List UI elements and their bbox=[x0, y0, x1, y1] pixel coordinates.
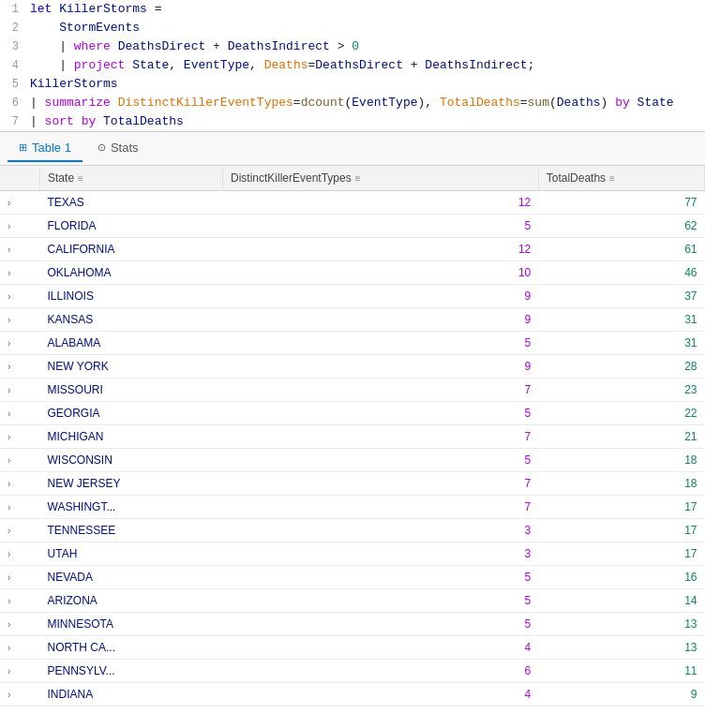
code-token: KillerStorms bbox=[59, 2, 147, 16]
state-cell: KANSAS bbox=[40, 308, 223, 332]
tab-stats[interactable]: ⊙Stats bbox=[86, 135, 150, 162]
table-row[interactable]: ›INDIANA49 bbox=[0, 683, 705, 706]
line-number-4: 4 bbox=[0, 56, 26, 75]
expand-icon[interactable]: › bbox=[8, 666, 10, 676]
expand-cell[interactable]: › bbox=[0, 285, 40, 308]
col-total-label: TotalDeaths bbox=[547, 171, 606, 185]
expand-icon[interactable]: › bbox=[8, 572, 10, 583]
state-cell: NEW JERSEY bbox=[40, 472, 223, 496]
code-token: where bbox=[74, 39, 118, 53]
table-row[interactable]: ›NORTH CA...413 bbox=[0, 636, 705, 660]
table-row[interactable]: ›GEORGIA522 bbox=[0, 402, 705, 425]
expand-icon[interactable]: › bbox=[8, 690, 10, 700]
expand-cell[interactable]: › bbox=[0, 238, 40, 261]
col-total[interactable]: TotalDeaths ≡ bbox=[538, 166, 704, 191]
expand-icon[interactable]: › bbox=[8, 198, 10, 208]
code-token: + bbox=[403, 58, 425, 72]
expand-icon[interactable]: › bbox=[8, 526, 10, 536]
code-token: | bbox=[30, 96, 45, 110]
expand-icon[interactable]: › bbox=[8, 432, 10, 442]
expand-icon[interactable]: › bbox=[8, 619, 10, 630]
expand-icon[interactable]: › bbox=[8, 596, 10, 606]
table-row[interactable]: ›MICHIGAN721 bbox=[0, 425, 705, 449]
expand-icon[interactable]: › bbox=[8, 479, 10, 489]
expand-icon[interactable]: › bbox=[8, 221, 10, 231]
expand-cell[interactable]: › bbox=[0, 332, 40, 355]
expand-cell[interactable]: › bbox=[0, 191, 40, 215]
expand-icon[interactable]: › bbox=[8, 362, 10, 372]
col-distinct-sort-icon[interactable]: ≡ bbox=[355, 173, 361, 184]
expand-cell[interactable]: › bbox=[0, 613, 40, 636]
total-cell: 31 bbox=[538, 332, 704, 355]
col-state-sort-icon[interactable]: ≡ bbox=[78, 173, 83, 184]
expand-cell[interactable]: › bbox=[0, 215, 40, 238]
code-token: = bbox=[293, 96, 301, 110]
line-content-2: StormEvents bbox=[26, 19, 140, 37]
expand-cell[interactable]: › bbox=[0, 425, 40, 449]
expand-cell[interactable]: › bbox=[0, 589, 40, 613]
total-cell: 17 bbox=[538, 496, 704, 519]
table-row[interactable]: ›ALABAMA531 bbox=[0, 332, 705, 355]
code-token: ), bbox=[418, 96, 440, 110]
expand-cell[interactable]: › bbox=[0, 379, 40, 402]
expand-cell[interactable]: › bbox=[0, 402, 40, 425]
total-cell: 46 bbox=[538, 261, 704, 285]
expand-cell[interactable]: › bbox=[0, 566, 40, 589]
distinct-cell: 7 bbox=[222, 425, 538, 449]
table-row[interactable]: ›MINNESOTA513 bbox=[0, 613, 705, 636]
table-row[interactable]: ›NEVADA516 bbox=[0, 566, 705, 589]
table-row[interactable]: ›FLORIDA562 bbox=[0, 215, 705, 238]
table-row[interactable]: ›TEXAS1277 bbox=[0, 191, 705, 215]
expand-icon[interactable]: › bbox=[8, 245, 10, 255]
tab-table-1[interactable]: ⊞Table 1 bbox=[8, 135, 82, 162]
expand-icon[interactable]: › bbox=[8, 455, 10, 466]
total-cell: 13 bbox=[538, 636, 704, 660]
expand-cell[interactable]: › bbox=[0, 496, 40, 519]
expand-cell[interactable]: › bbox=[0, 519, 40, 542]
tab-icon-0: ⊞ bbox=[19, 141, 27, 154]
expand-icon[interactable]: › bbox=[8, 268, 10, 278]
expand-cell[interactable]: › bbox=[0, 472, 40, 496]
distinct-cell: 12 bbox=[222, 238, 538, 261]
expand-cell[interactable]: › bbox=[0, 636, 40, 660]
table-row[interactable]: ›OKLAHOMA1046 bbox=[0, 261, 705, 285]
distinct-cell: 9 bbox=[222, 308, 538, 332]
col-total-sort-icon[interactable]: ≡ bbox=[609, 173, 615, 184]
expand-cell[interactable]: › bbox=[0, 308, 40, 332]
expand-icon[interactable]: › bbox=[8, 291, 10, 302]
expand-icon[interactable]: › bbox=[8, 338, 10, 349]
table-row[interactable]: ›PENNSYLV...611 bbox=[0, 660, 705, 683]
distinct-cell: 9 bbox=[222, 285, 538, 308]
table-row[interactable]: ›UTAH317 bbox=[0, 542, 705, 566]
expand-icon[interactable]: › bbox=[8, 502, 10, 513]
expand-cell[interactable]: › bbox=[0, 261, 40, 285]
table-row[interactable]: ›WISCONSIN518 bbox=[0, 449, 705, 472]
expand-cell[interactable]: › bbox=[0, 542, 40, 566]
expand-cell[interactable]: › bbox=[0, 660, 40, 683]
table-row[interactable]: ›TENNESSEE317 bbox=[0, 519, 705, 542]
table-row[interactable]: ›NEW JERSEY718 bbox=[0, 472, 705, 496]
table-row[interactable]: ›CALIFORNIA1261 bbox=[0, 238, 705, 261]
expand-cell[interactable]: › bbox=[0, 355, 40, 379]
table-row[interactable]: ›ARIZONA514 bbox=[0, 589, 705, 613]
table-row[interactable]: ›MISSOURI723 bbox=[0, 379, 705, 402]
line-number-6: 6 bbox=[0, 94, 26, 112]
table-row[interactable]: ›NEW YORK928 bbox=[0, 355, 705, 379]
expand-icon[interactable]: › bbox=[8, 549, 10, 559]
table-row[interactable]: ›WASHINGT...717 bbox=[0, 496, 705, 519]
expand-cell[interactable]: › bbox=[0, 449, 40, 472]
expand-icon[interactable]: › bbox=[8, 409, 10, 419]
expand-cell[interactable]: › bbox=[0, 683, 40, 706]
expand-icon[interactable]: › bbox=[8, 385, 10, 395]
total-cell: 17 bbox=[538, 519, 704, 542]
col-distinct[interactable]: DistinctKillerEventTypes ≡ bbox=[222, 166, 538, 191]
expand-icon[interactable]: › bbox=[8, 643, 10, 653]
code-token: , bbox=[169, 58, 184, 72]
table-row[interactable]: ›KANSAS931 bbox=[0, 308, 705, 332]
table-row[interactable]: ›ILLINOIS937 bbox=[0, 285, 705, 308]
col-state[interactable]: State ≡ bbox=[40, 166, 223, 191]
expand-icon[interactable]: › bbox=[8, 315, 10, 325]
distinct-cell: 6 bbox=[222, 660, 538, 683]
distinct-cell: 12 bbox=[222, 191, 538, 215]
results-table: State ≡ DistinctKillerEventTypes ≡ Total… bbox=[0, 166, 705, 706]
